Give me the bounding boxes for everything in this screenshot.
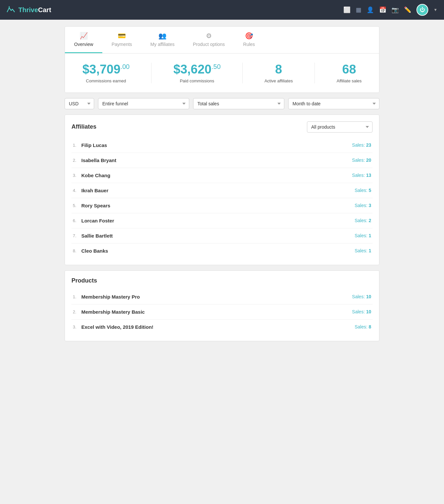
affiliate-name: Isabella Bryant: [81, 158, 116, 163]
grid-icon[interactable]: ▦: [356, 6, 361, 13]
stat-divider-3: [314, 63, 315, 83]
affiliate-sales: Sales: 2: [354, 218, 371, 223]
affiliate-sales-value: 20: [366, 158, 371, 163]
affiliate-row[interactable]: 6. Lorcan Foster Sales: 2: [71, 213, 373, 228]
affiliate-sales: Sales: 1: [354, 233, 371, 238]
commissions-earned-value: $3,709.00: [82, 63, 130, 76]
affiliates-list: 1. Filip Lucas Sales: 23 2. Isabella Bry…: [71, 138, 373, 258]
funnel-select[interactable]: Entire funnel: [98, 98, 189, 109]
tab-overview-label: Overview: [74, 42, 93, 47]
tab-payments-label: Payments: [111, 42, 132, 47]
products-section: Products 1. Membership Mastery Pro Sales…: [65, 270, 379, 341]
affiliate-name: Lorcan Foster: [81, 218, 114, 223]
affiliate-row[interactable]: 3. Kobe Chang Sales: 13: [71, 168, 373, 183]
affiliate-left: 3. Kobe Chang: [73, 173, 110, 178]
product-sales-value: 10: [366, 294, 371, 299]
product-options-icon: ⚙: [206, 32, 212, 40]
products-list: 1. Membership Mastery Pro Sales: 10 2. M…: [71, 289, 373, 334]
affiliate-rank: 1.: [73, 143, 79, 148]
product-name: Membership Mastery Basic: [81, 309, 145, 315]
tab-rules[interactable]: 🎯 Rules: [234, 27, 264, 53]
tab-overview[interactable]: 📈 Overview: [65, 27, 102, 53]
stat-active-affiliates: 8 Active affiliates: [264, 63, 293, 83]
power-button[interactable]: ⏻: [416, 4, 428, 16]
products-section-title: Products: [71, 277, 97, 284]
affiliate-sales-value: 13: [366, 173, 371, 178]
affiliate-rank: 8.: [73, 248, 79, 253]
affiliate-name: Kobe Chang: [81, 173, 110, 178]
affiliate-sales: Sales: 5: [354, 188, 371, 193]
affiliate-left: 1. Filip Lucas: [73, 142, 107, 148]
affiliate-name: Cleo Banks: [81, 248, 108, 254]
affiliate-row[interactable]: 2. Isabella Bryant Sales: 20: [71, 153, 373, 168]
tabs-nav: 📈 Overview 💳 Payments 👥 My affiliates ⚙ …: [65, 27, 379, 53]
affiliate-row[interactable]: 1. Filip Lucas Sales: 23: [71, 138, 373, 153]
product-left: 2. Membership Mastery Basic: [73, 309, 145, 315]
product-left: 1. Membership Mastery Pro: [73, 294, 140, 300]
affiliate-sales: Sales: 23: [352, 142, 371, 148]
affiliate-row[interactable]: 7. Sallie Bartlett Sales: 1: [71, 228, 373, 243]
affiliate-row[interactable]: 4. Ikrah Bauer Sales: 5: [71, 183, 373, 198]
active-affiliates-label: Active affiliates: [264, 78, 293, 83]
stat-affiliate-sales: 68 Affiliate sales: [336, 63, 361, 83]
video-icon[interactable]: 📷: [392, 6, 399, 13]
product-row[interactable]: 3. Excel with Video, 2019 Edition! Sales…: [71, 320, 373, 334]
affiliate-sales-label: Affiliate sales: [336, 78, 361, 83]
dropdown-arrow[interactable]: ▼: [434, 8, 437, 12]
active-affiliates-value: 8: [264, 63, 293, 76]
layout-icon[interactable]: ⬜: [343, 6, 351, 13]
logo-text: ThriveCart: [18, 6, 51, 14]
rules-icon: 🎯: [245, 32, 253, 40]
products-section-header: Products: [71, 277, 373, 284]
edit-icon[interactable]: ✏️: [404, 6, 411, 13]
product-rank: 1.: [73, 294, 79, 299]
affiliate-rank: 3.: [73, 173, 79, 178]
affiliate-sales-value: 5: [369, 188, 371, 193]
user-icon[interactable]: 👤: [367, 6, 374, 13]
currency-select[interactable]: USD: [65, 98, 94, 109]
tabs-card: 📈 Overview 💳 Payments 👥 My affiliates ⚙ …: [65, 26, 379, 93]
overview-icon: 📈: [80, 32, 88, 40]
affiliates-section: Affiliates All products 1. Filip Lucas S…: [65, 115, 379, 265]
product-sales-value: 10: [366, 309, 371, 314]
tab-my-affiliates[interactable]: 👥 My affiliates: [141, 27, 184, 53]
sales-type-select[interactable]: Total sales: [193, 98, 284, 109]
paid-commissions-value: $3,620.50: [173, 63, 221, 76]
tab-product-options[interactable]: ⚙ Product options: [184, 27, 234, 53]
affiliate-rank: 5.: [73, 203, 79, 208]
affiliate-sales-value: 68: [336, 63, 361, 76]
logo[interactable]: ThriveCart: [7, 6, 51, 14]
payments-icon: 💳: [118, 32, 126, 40]
affiliate-row[interactable]: 8. Cleo Banks Sales: 1: [71, 243, 373, 258]
tab-payments[interactable]: 💳 Payments: [102, 27, 141, 53]
logo-text2: Cart: [38, 6, 51, 13]
affiliate-sales: Sales: 20: [352, 158, 371, 163]
affiliate-sales-value: 3: [369, 203, 371, 208]
product-rank: 3.: [73, 325, 79, 329]
affiliate-name: Rory Spears: [81, 203, 110, 208]
product-name: Membership Mastery Pro: [81, 294, 140, 300]
date-range-select[interactable]: Month to date: [288, 98, 379, 109]
affiliate-sales-value: 2: [369, 218, 371, 223]
affiliate-sales-value: 1: [369, 248, 371, 253]
tab-affiliates-label: My affiliates: [151, 42, 175, 47]
affiliate-sales-value: 1: [369, 233, 371, 238]
product-row[interactable]: 1. Membership Mastery Pro Sales: 10: [71, 289, 373, 304]
product-row[interactable]: 2. Membership Mastery Basic Sales: 10: [71, 304, 373, 320]
main-content: 📈 Overview 💳 Payments 👥 My affiliates ⚙ …: [58, 26, 386, 341]
calendar-icon[interactable]: 📅: [379, 6, 386, 13]
paid-commissions-decimal: .50: [212, 63, 221, 70]
stats-row: $3,709.00 Commissions earned $3,620.50 P…: [65, 53, 379, 93]
affiliates-product-filter[interactable]: All products: [307, 121, 373, 133]
affiliate-left: 2. Isabella Bryant: [73, 158, 116, 163]
product-left: 3. Excel with Video, 2019 Edition!: [73, 324, 153, 330]
tab-product-options-label: Product options: [193, 42, 225, 47]
stat-paid-commissions: $3,620.50 Paid commissions: [173, 63, 221, 83]
affiliate-row[interactable]: 5. Rory Spears Sales: 3: [71, 198, 373, 213]
navbar-icons: ⬜ ▦ 👤 📅 📷 ✏️ ⏻ ▼: [343, 4, 437, 16]
affiliate-name: Ikrah Bauer: [81, 188, 109, 193]
commissions-earned-label: Commissions earned: [82, 78, 130, 83]
affiliate-sales: Sales: 1: [354, 248, 371, 253]
stat-divider-1: [151, 63, 151, 83]
affiliate-left: 6. Lorcan Foster: [73, 218, 114, 223]
